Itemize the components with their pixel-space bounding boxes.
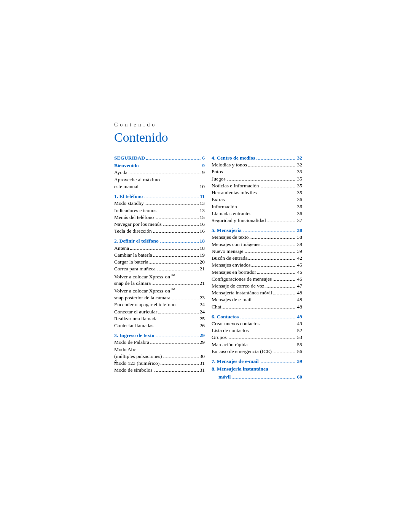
toc-entry[interactable]: snap posterior de la cámara 23 xyxy=(114,294,205,301)
toc-label: Configuraciones de mensajes xyxy=(212,276,272,283)
toc-label: Conectar el auricular xyxy=(114,308,157,315)
leader-dots xyxy=(261,246,296,246)
leader-dots xyxy=(266,287,296,288)
toc-entry[interactable]: Juegos 35 xyxy=(212,176,302,182)
toc-entry[interactable]: Mensajes de e-mail 48 xyxy=(212,296,302,303)
toc-entry[interactable]: Indicadores e iconos 13 xyxy=(114,207,205,214)
toc-entry[interactable]: Cambiar la batería 19 xyxy=(114,252,205,259)
toc-entry[interactable]: Buzón de entrada 42 xyxy=(212,255,302,262)
toc-heading-im[interactable]: móvil 60 xyxy=(212,374,302,380)
toc-entry[interactable]: En caso de emergencia (ICE) 56 xyxy=(212,348,302,355)
toc-label: Menús del teléfono xyxy=(114,214,154,221)
toc-page: 15 xyxy=(200,214,205,221)
toc-entry[interactable]: Mensaje de correo de voz 47 xyxy=(212,283,302,289)
leader-dots xyxy=(232,378,296,379)
toc-entry[interactable]: Marcación rápida 55 xyxy=(212,341,302,348)
toc-entry[interactable]: Menús del teléfono 15 xyxy=(114,214,205,221)
toc-page: 42 xyxy=(297,255,303,262)
leader-dots xyxy=(238,208,296,208)
toc-entry-line1: Modo Abc xyxy=(114,346,205,353)
leader-dots xyxy=(260,363,296,363)
toc-page: 21 xyxy=(200,280,205,287)
toc-page: 46 xyxy=(297,269,303,276)
toc-label-pre: Volver a colocar Xpress-on xyxy=(114,273,170,279)
leader-dots xyxy=(261,325,296,325)
leader-dots xyxy=(140,167,201,167)
toc-entry[interactable]: Encender o apagar el teléfono 24 xyxy=(114,301,205,308)
toc-page: 39 xyxy=(297,248,303,255)
toc-entry[interactable]: Modo de símbolos 31 xyxy=(114,367,205,374)
toc-entry[interactable]: Llamadas entrantes 36 xyxy=(212,210,302,217)
toc-entry[interactable]: (múltiples pulsaciones) 30 xyxy=(114,353,205,360)
toc-label: Contestar llamadas xyxy=(114,322,153,329)
toc-entry[interactable]: Nuevo mensaje 39 xyxy=(212,248,302,255)
toc-label: Cambiar la batería xyxy=(114,252,152,259)
leader-dots xyxy=(256,159,296,160)
toc-label: Correa para muñeca xyxy=(114,265,156,272)
leader-dots xyxy=(248,166,296,166)
toc-entry[interactable]: Tecla de dirección 16 xyxy=(114,228,205,235)
toc-label: snap de la cámara xyxy=(114,280,151,287)
toc-entry[interactable]: Mensajes de texto 38 xyxy=(212,234,302,241)
toc-columns: SEGURIDAD 6 Bienvenido 9 Ayuda 9 Aprovec… xyxy=(114,154,304,380)
toc-heading-telefono[interactable]: 1. El teléfono 11 xyxy=(114,193,205,200)
toc-label: Mensajes en borrador xyxy=(212,269,256,276)
toc-page: 29 xyxy=(200,339,205,346)
toc-heading-definir[interactable]: 2. Definir el teléfono 18 xyxy=(114,238,205,244)
toc-page: 24 xyxy=(200,308,205,315)
toc-entry[interactable]: Chat 48 xyxy=(212,304,302,310)
toc-entry[interactable]: Antena 18 xyxy=(114,245,205,252)
toc-heading-mensajeria[interactable]: 5. Mensajería 38 xyxy=(212,227,302,234)
toc-heading-seguridad[interactable]: SEGURIDAD 6 xyxy=(114,155,205,161)
toc-entry[interactable]: este manual 10 xyxy=(114,183,205,190)
toc-entry[interactable]: Modo standby 13 xyxy=(114,200,205,207)
toc-entry[interactable]: Ayuda 9 xyxy=(114,169,205,176)
toc-entry[interactable]: Lista de contactos 52 xyxy=(212,327,302,334)
toc-entry[interactable]: Realizar una llamada 25 xyxy=(114,315,205,322)
toc-heading-contactos[interactable]: 6. Contactos 49 xyxy=(212,313,302,320)
toc-entry[interactable]: snap de la cámara 21 xyxy=(114,280,205,287)
toc-entry[interactable]: Fotos 33 xyxy=(212,168,302,175)
toc-label-pre: Volver a colocar Xpress-on xyxy=(114,288,170,294)
toc-entry[interactable]: Melodías y tonos 32 xyxy=(212,161,302,168)
toc-entry[interactable]: Crear nuevos contactos 49 xyxy=(212,320,302,327)
toc-entry[interactable]: Mensajes en borrador 46 xyxy=(212,269,302,276)
toc-entry[interactable]: Seguridad y funcionalidad 37 xyxy=(212,217,302,224)
toc-entry[interactable]: Grupos 53 xyxy=(212,334,302,341)
leader-dots xyxy=(145,204,199,205)
toc-entry[interactable]: Cargar la batería 20 xyxy=(114,259,205,265)
leader-dots xyxy=(257,273,296,274)
toc-entry[interactable]: Modo 123 (numérico) 31 xyxy=(114,360,205,367)
leader-dots xyxy=(154,371,199,372)
toc-heading-ingreso[interactable]: 3. Ingreso de texto 29 xyxy=(114,332,205,339)
toc-page: 48 xyxy=(297,296,303,303)
toc-page: 16 xyxy=(200,221,205,228)
toc-label: Antena xyxy=(114,245,129,252)
toc-label: Modo de Palabra xyxy=(114,339,149,346)
leader-dots xyxy=(177,306,198,306)
leader-dots xyxy=(159,320,199,320)
toc-page: 36 xyxy=(297,203,303,210)
toc-entry[interactable]: Navegar por los menús 16 xyxy=(114,221,205,228)
toc-entry[interactable]: Herramientas móviles 35 xyxy=(212,189,302,196)
toc-page: 49 xyxy=(297,313,303,320)
toc-heading-email[interactable]: 7. Mensajes de e-mail 59 xyxy=(212,358,302,365)
toc-entry[interactable]: Modo de Palabra 29 xyxy=(114,339,205,346)
toc-heading-centro[interactable]: 4. Centro de medios 32 xyxy=(212,155,302,161)
toc-entry[interactable]: Configuraciones de mensajes 46 xyxy=(212,276,302,283)
toc-label: snap posterior de la cámara xyxy=(114,294,170,301)
toc-entry-line1: Volver a colocar Xpress-onTM xyxy=(114,273,205,280)
toc-entry[interactable]: Mensajes con imágenes 38 xyxy=(212,241,302,248)
toc-entry[interactable]: Noticias e Información 35 xyxy=(212,182,302,189)
toc-heading-bienvenido[interactable]: Bienvenido 9 xyxy=(114,162,205,169)
leader-dots xyxy=(273,280,296,281)
toc-entry[interactable]: Mensajes enviados 45 xyxy=(212,262,302,268)
toc-entry[interactable]: Correa para muñeca 21 xyxy=(114,265,205,272)
toc-entry[interactable]: Conectar el auricular 24 xyxy=(114,308,205,315)
toc-entry[interactable]: Extras 36 xyxy=(212,196,302,203)
toc-page: 53 xyxy=(297,334,303,341)
toc-entry[interactable]: Mensajería instantánea móvil 48 xyxy=(212,289,302,296)
toc-label: Juegos xyxy=(212,176,226,182)
toc-entry[interactable]: Información 36 xyxy=(212,203,302,210)
toc-entry[interactable]: Contestar llamadas 26 xyxy=(114,322,205,329)
